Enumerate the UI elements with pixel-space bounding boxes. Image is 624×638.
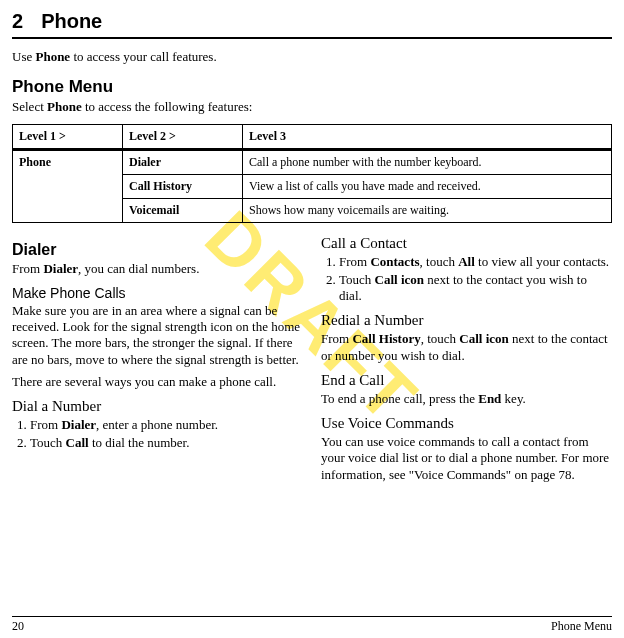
text-bold: Call icon	[459, 331, 508, 346]
chapter-title-text: Phone	[41, 10, 102, 32]
text-bold: All	[458, 254, 475, 269]
list-item: Touch Call to dial the number.	[30, 435, 303, 451]
footer-section: Phone Menu	[551, 619, 612, 634]
phone-menu-intro: Select Phone to access the following fea…	[12, 99, 612, 115]
table-cell-l3: Call a phone number with the number keyb…	[243, 149, 612, 174]
intro-bold: Phone	[35, 49, 70, 64]
table-header-level2: Level 2 >	[123, 124, 243, 149]
redial-a-number-heading: Redial a Number	[321, 312, 612, 329]
text-bold: End	[478, 391, 501, 406]
text-bold: Dialer	[43, 261, 78, 276]
end-a-call-heading: End a Call	[321, 372, 612, 389]
make-phone-calls-p1: Make sure you are in an area where a sig…	[12, 303, 303, 368]
text: , touch	[420, 254, 459, 269]
page-number: 20	[12, 619, 24, 634]
left-column: Dialer From Dialer, you can dial numbers…	[12, 235, 303, 489]
intro-paragraph: Use Phone to access your call features.	[12, 49, 612, 65]
text: , you can dial numbers.	[78, 261, 199, 276]
dial-a-number-heading: Dial a Number	[12, 398, 303, 415]
list-item: From Dialer, enter a phone number.	[30, 417, 303, 433]
redial-a-number-paragraph: From Call History, touch Call icon next …	[321, 331, 612, 364]
text: Touch	[30, 435, 66, 450]
intro-post: to access your call features.	[70, 49, 217, 64]
table-header-level3: Level 3	[243, 124, 612, 149]
table-cell-l2: Voicemail	[123, 198, 243, 222]
text-bold: Dialer	[61, 417, 96, 432]
table-header-level1: Level 1 >	[13, 124, 123, 149]
table-cell-l2: Call History	[123, 174, 243, 198]
table-cell-l2: Dialer	[123, 149, 243, 174]
table-cell-l3: View a list of calls you have made and r…	[243, 174, 612, 198]
list-item: From Contacts, touch All to view all you…	[339, 254, 612, 270]
phone-menu-heading: Phone Menu	[12, 77, 612, 97]
make-phone-calls-p2: There are several ways you can make a ph…	[12, 374, 303, 390]
text: key.	[501, 391, 525, 406]
feature-table: Level 1 > Level 2 > Level 3 Phone Dialer…	[12, 124, 612, 223]
dial-a-number-list: From Dialer, enter a phone number. Touch…	[12, 417, 303, 452]
dialer-heading: Dialer	[12, 241, 303, 259]
right-column: Call a Contact From Contacts, touch All …	[321, 235, 612, 489]
text: , enter a phone number.	[96, 417, 218, 432]
call-a-contact-list: From Contacts, touch All to view all you…	[321, 254, 612, 305]
list-item: Touch Call icon next to the contact you …	[339, 272, 612, 305]
end-a-call-paragraph: To end a phone call, press the End key.	[321, 391, 612, 407]
text: From	[30, 417, 61, 432]
table-header-row: Level 1 > Level 2 > Level 3	[13, 124, 612, 149]
menu-intro-bold: Phone	[47, 99, 82, 114]
text: To end a phone call, press the	[321, 391, 478, 406]
menu-intro-pre: Select	[12, 99, 47, 114]
dialer-paragraph: From Dialer, you can dial numbers.	[12, 261, 303, 277]
table-row: Phone Dialer Call a phone number with th…	[13, 149, 612, 174]
page-footer: 20 Phone Menu	[12, 616, 612, 634]
text-bold: Call History	[352, 331, 420, 346]
table-cell-l3: Shows how many voicemails are waiting.	[243, 198, 612, 222]
text-bold: Call icon	[375, 272, 424, 287]
call-a-contact-heading: Call a Contact	[321, 235, 612, 252]
chapter-number: 2	[12, 10, 23, 32]
use-voice-commands-paragraph: You can use voice commands to call a con…	[321, 434, 612, 483]
text: From	[12, 261, 43, 276]
use-voice-commands-heading: Use Voice Commands	[321, 415, 612, 432]
text: to view all your contacts.	[475, 254, 609, 269]
text: , touch	[421, 331, 460, 346]
chapter-rule	[12, 37, 612, 39]
text: Touch	[339, 272, 375, 287]
text-bold: Contacts	[370, 254, 419, 269]
menu-intro-post: to access the following features:	[82, 99, 253, 114]
intro-pre: Use	[12, 49, 35, 64]
text: From	[339, 254, 370, 269]
text: From	[321, 331, 352, 346]
chapter-heading: 2Phone	[12, 10, 612, 33]
make-phone-calls-heading: Make Phone Calls	[12, 285, 303, 301]
table-cell-l1: Phone	[13, 149, 123, 222]
text-bold: Call	[66, 435, 89, 450]
text: to dial the number.	[89, 435, 190, 450]
